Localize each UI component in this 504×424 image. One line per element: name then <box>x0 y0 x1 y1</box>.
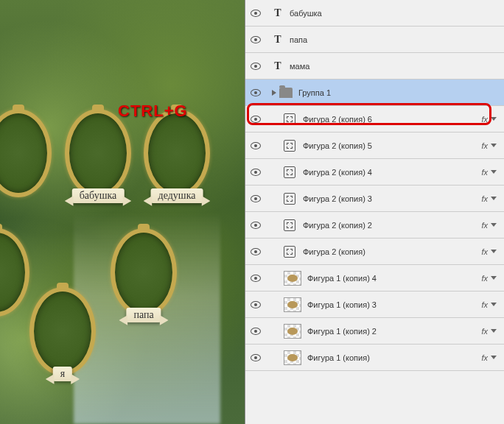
layer-name-label[interactable]: Фигура 2 (копия) 4 <box>303 168 481 177</box>
chevron-down-icon[interactable] <box>491 329 497 333</box>
layer-name-label[interactable]: Фигура 2 (копия) 3 <box>303 194 481 203</box>
fx-indicator[interactable]: fx <box>481 274 488 283</box>
frame-label: бабушка <box>72 188 125 203</box>
fx-indicator[interactable]: fx <box>481 353 488 362</box>
layer-name-label[interactable]: Фигура 1 (копия) 4 <box>307 274 481 283</box>
layer-name-label[interactable]: бабушка <box>290 9 500 18</box>
shape-layer-icon <box>284 166 295 178</box>
layer-row[interactable]: Группа 1 <box>245 80 504 106</box>
layer-thumbnail-icon <box>284 271 301 286</box>
photo-frame[interactable]: бабушка <box>65 109 131 197</box>
fx-indicator[interactable]: fx <box>481 168 488 177</box>
layer-row[interactable]: Фигура 1 (копия)fx <box>245 344 504 371</box>
layer-name-label[interactable]: Фигура 2 (копия) <box>303 247 481 256</box>
frame-ring <box>0 109 52 197</box>
layer-thumbnail-icon <box>284 350 301 365</box>
frame-label: я <box>53 367 72 381</box>
layer-row[interactable]: Фигура 1 (копия) 4fx <box>245 265 504 292</box>
visibility-toggle-icon[interactable] <box>250 272 262 284</box>
layer-name-label[interactable]: Фигура 1 (копия) 2 <box>307 327 481 336</box>
layers-panel[interactable]: TбабушкаTпапаTмамаГруппа 1Фигура 2 (копи… <box>245 0 504 424</box>
visibility-toggle-icon[interactable] <box>250 352 262 364</box>
shape-layer-icon <box>284 140 295 152</box>
visibility-toggle-icon[interactable] <box>250 60 262 72</box>
visibility-toggle-icon[interactable] <box>250 193 262 205</box>
layer-name-label[interactable]: Фигура 2 (копия) 5 <box>303 141 481 150</box>
layer-name-label[interactable]: Фигура 1 (копия) <box>307 353 481 362</box>
fx-indicator[interactable]: fx <box>481 300 488 309</box>
visibility-toggle-icon[interactable] <box>250 140 262 152</box>
layer-row[interactable]: Фигура 2 (копия) 2fx <box>245 212 504 239</box>
disclosure-triangle-icon[interactable] <box>272 90 276 96</box>
layer-name-label[interactable]: Фигура 2 (копия) 6 <box>303 115 481 124</box>
chevron-down-icon[interactable] <box>491 250 497 253</box>
visibility-toggle-icon[interactable] <box>250 113 262 125</box>
shape-layer-icon <box>284 246 295 258</box>
layer-row[interactable]: Фигура 1 (копия) 3fx <box>245 292 504 318</box>
layer-row[interactable]: Tпапа <box>245 26 504 53</box>
layer-row[interactable]: Фигура 2 (копия) 5fx <box>245 132 504 159</box>
fx-indicator[interactable]: fx <box>481 194 488 203</box>
frame-ring <box>0 228 29 317</box>
layer-row[interactable]: Tбабушка <box>245 0 504 26</box>
layer-row[interactable]: Фигура 1 (копия) 2fx <box>245 318 504 344</box>
layer-row[interactable]: Tмама <box>245 53 504 80</box>
frame-label: дедушка <box>151 188 203 203</box>
layer-name-label[interactable]: Фигура 1 (копия) 3 <box>307 300 481 309</box>
layer-name-label[interactable]: Фигура 2 (копия) 2 <box>303 221 481 230</box>
shape-layer-icon <box>284 219 295 231</box>
folder-icon <box>279 88 293 98</box>
visibility-toggle-icon[interactable] <box>250 299 262 311</box>
visibility-toggle-icon[interactable] <box>250 166 262 178</box>
frame-label: папа <box>126 308 161 322</box>
frame-ring <box>29 287 96 375</box>
photo-frame[interactable]: дедушка <box>144 109 210 197</box>
layer-row[interactable]: Фигура 2 (копия) 3fx <box>245 186 504 212</box>
frame-ring <box>111 228 177 317</box>
fx-indicator[interactable]: fx <box>481 221 488 230</box>
chevron-down-icon[interactable] <box>491 197 497 200</box>
canvas-area[interactable]: бабушкадедушкапапая CTRL+G <box>0 0 245 424</box>
frame-ring <box>65 109 131 197</box>
fx-indicator[interactable]: fx <box>481 247 488 256</box>
frame-ring <box>144 109 210 197</box>
chevron-down-icon[interactable] <box>491 223 497 227</box>
layer-thumbnail-icon <box>284 297 301 312</box>
text-layer-icon: T <box>272 7 284 19</box>
fx-indicator[interactable]: fx <box>481 141 488 150</box>
chevron-down-icon[interactable] <box>491 144 497 147</box>
layer-name-label[interactable]: Группа 1 <box>298 88 500 97</box>
visibility-toggle-icon[interactable] <box>250 325 262 337</box>
photo-frame[interactable]: я <box>29 287 96 375</box>
chevron-down-icon[interactable] <box>491 117 497 121</box>
visibility-toggle-icon[interactable] <box>250 219 262 231</box>
shape-layer-icon <box>284 113 295 125</box>
layer-row[interactable]: Фигура 2 (копия) 4fx <box>245 159 504 186</box>
chevron-down-icon[interactable] <box>491 276 497 280</box>
chevron-down-icon[interactable] <box>491 303 497 306</box>
photo-frame-partial[interactable] <box>0 109 52 197</box>
layer-row[interactable]: Фигура 2 (копия)fx <box>245 239 504 265</box>
fx-indicator[interactable]: fx <box>481 115 488 124</box>
text-layer-icon: T <box>272 60 284 72</box>
shape-layer-icon <box>284 193 295 205</box>
layer-row[interactable]: Фигура 2 (копия) 6fx <box>245 106 504 132</box>
visibility-toggle-icon[interactable] <box>250 34 262 46</box>
keyboard-shortcut-overlay: CTRL+G <box>118 102 188 121</box>
visibility-toggle-icon[interactable] <box>250 87 262 99</box>
layer-name-label[interactable]: мама <box>290 62 500 71</box>
visibility-toggle-icon[interactable] <box>250 246 262 258</box>
text-layer-icon: T <box>272 34 284 46</box>
photo-frame-partial[interactable] <box>0 228 29 317</box>
photo-frame[interactable]: папа <box>111 228 177 317</box>
visibility-toggle-icon[interactable] <box>250 7 262 19</box>
layer-thumbnail-icon <box>284 324 301 339</box>
chevron-down-icon[interactable] <box>491 170 497 174</box>
layer-name-label[interactable]: папа <box>290 35 500 44</box>
chevron-down-icon[interactable] <box>491 356 497 359</box>
fx-indicator[interactable]: fx <box>481 327 488 336</box>
